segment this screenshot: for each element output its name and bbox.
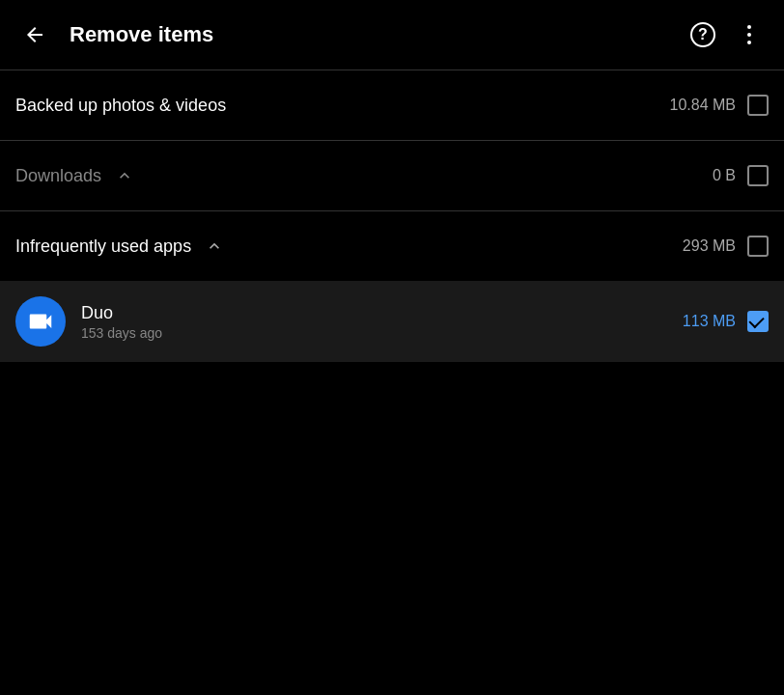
help-icon-label: ?	[698, 26, 708, 43]
more-icon	[747, 25, 751, 44]
infrequently-used-checkbox[interactable]	[747, 236, 769, 257]
infrequently-used-right: 293 MB	[683, 236, 769, 257]
downloads-item[interactable]: Downloads 0 B	[0, 141, 784, 210]
infrequently-used-chevron-up-icon	[203, 235, 226, 258]
duo-app-right: 113 MB	[683, 311, 769, 332]
help-icon: ?	[690, 22, 715, 47]
page-title: Remove items	[70, 22, 684, 47]
backed-up-checkbox[interactable]	[747, 95, 769, 116]
downloads-size: 0 B	[713, 167, 736, 184]
backed-up-size: 10.84 MB	[670, 97, 736, 114]
duo-app-size: 113 MB	[683, 313, 736, 330]
help-button[interactable]: ?	[684, 15, 722, 54]
downloads-right: 0 B	[713, 165, 769, 186]
downloads-content: Downloads	[15, 164, 713, 187]
back-icon	[23, 23, 46, 46]
downloads-checkbox[interactable]	[747, 165, 769, 186]
infrequently-used-size: 293 MB	[683, 237, 736, 255]
duo-app-item[interactable]: Duo 153 days ago 113 MB	[0, 281, 784, 362]
backed-up-content: Backed up photos & videos	[15, 96, 670, 116]
duo-app-subtitle: 153 days ago	[81, 325, 683, 341]
backed-up-label: Backed up photos & videos	[15, 96, 226, 116]
back-button[interactable]	[15, 15, 54, 54]
duo-app-info: Duo 153 days ago	[81, 303, 683, 341]
infrequently-used-item[interactable]: Infrequently used apps 293 MB	[0, 211, 784, 281]
more-options-button[interactable]	[730, 15, 769, 54]
video-camera-icon	[26, 307, 55, 336]
duo-checkbox[interactable]	[747, 311, 769, 332]
backed-up-right: 10.84 MB	[670, 95, 769, 116]
duo-app-icon	[15, 296, 66, 347]
downloads-label: Downloads	[15, 166, 101, 186]
downloads-chevron-up-icon	[113, 164, 136, 187]
duo-app-name: Duo	[81, 303, 683, 323]
header: Remove items ?	[0, 0, 784, 70]
header-actions: ?	[684, 15, 769, 54]
infrequently-used-label: Infrequently used apps	[15, 236, 191, 257]
infrequently-used-content: Infrequently used apps	[15, 235, 683, 258]
backed-up-item[interactable]: Backed up photos & videos 10.84 MB	[0, 70, 784, 140]
